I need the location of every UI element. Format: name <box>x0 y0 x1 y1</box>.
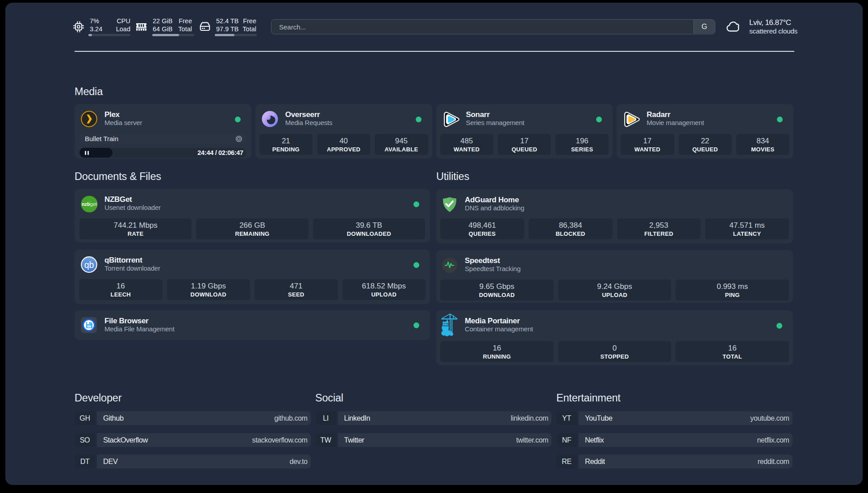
svg-text:qb: qb <box>84 260 94 270</box>
svg-text:nzbget: nzbget <box>82 201 97 207</box>
